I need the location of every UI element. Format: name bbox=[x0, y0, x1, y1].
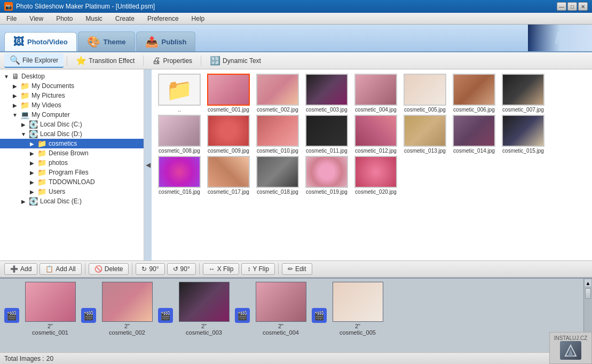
file-item-cosmetic_013[interactable]: cosmetic_013.jpg bbox=[401, 115, 448, 154]
add-button[interactable]: ➕ Add bbox=[4, 263, 37, 275]
slide-item-4[interactable]: 🎬 bbox=[156, 282, 175, 349]
tree-icon-cosmetics: 📁 bbox=[37, 139, 46, 148]
tree-item-cosmetics[interactable]: ▶📁cosmetics bbox=[0, 139, 144, 148]
maximize-button[interactable]: □ bbox=[567, 2, 577, 11]
btn-separator-3 bbox=[199, 263, 200, 275]
slide-name-3: cosmetic_002 bbox=[109, 329, 145, 336]
slide-item-6[interactable]: 🎬 bbox=[233, 282, 252, 349]
tree-item-my-videos[interactable]: ▶📁My Videos bbox=[0, 100, 144, 110]
slide-item-8[interactable]: 🎬 bbox=[310, 282, 329, 349]
file-item-cosmetic_003[interactable]: cosmetic_003.jpg bbox=[303, 74, 350, 113]
btn-separator-4 bbox=[278, 263, 279, 275]
file-item-cosmetic_014[interactable]: cosmetic_014.jpg bbox=[451, 115, 498, 154]
tree-item-local-disc-d[interactable]: ▼💽Local Disc (D:) bbox=[0, 129, 144, 139]
slide-duration-7: 2" bbox=[278, 323, 283, 329]
transition-icon-0: 🎬 bbox=[4, 308, 19, 323]
toolbar-dynamic-text[interactable]: 🔡 Dynamic Text bbox=[204, 54, 266, 67]
toolbar: 🔍 File Explorer ⭐ Transition Effect 🖨 Pr… bbox=[0, 52, 592, 69]
tree-icon-local-disc-c: 💽 bbox=[29, 120, 38, 129]
toolbar-file-explorer[interactable]: 🔍 File Explorer bbox=[4, 53, 64, 68]
tab-theme[interactable]: 🎨 Theme bbox=[78, 31, 135, 51]
tree-item-desktop[interactable]: ▼🖥Desktop bbox=[0, 72, 144, 81]
file-name-cosmetic_012: cosmetic_012.jpg bbox=[355, 148, 397, 154]
tree-item-photos[interactable]: ▶📁photos bbox=[0, 158, 144, 168]
add-all-button[interactable]: 📋 Add All bbox=[40, 263, 81, 275]
tree-item-my-documents[interactable]: ▶📁My Documents bbox=[0, 81, 144, 91]
transition-icon-2: 🎬 bbox=[81, 308, 96, 323]
slide-item-3[interactable]: 2"cosmetic_002 bbox=[100, 282, 154, 349]
y-flip-button[interactable]: ↕ Y Flip bbox=[241, 263, 274, 275]
scroll-arrow[interactable]: ◀ bbox=[144, 69, 152, 260]
tree-item-tddownload[interactable]: ▶📁TDDOWNLOAD bbox=[0, 177, 144, 187]
menu-item-create[interactable]: Create bbox=[109, 14, 141, 23]
delete-button[interactable]: 🚫 Delete bbox=[89, 263, 129, 275]
tab-publish[interactable]: 📤 Publish bbox=[136, 31, 196, 51]
minimize-button[interactable]: — bbox=[557, 2, 566, 11]
tree-item-my-pictures[interactable]: ▶📁My Pictures bbox=[0, 91, 144, 100]
tree-item-users[interactable]: ▶📁Users bbox=[0, 187, 144, 196]
x-flip-button[interactable]: ↔ X Flip bbox=[203, 263, 240, 275]
toolbar-transition-effect[interactable]: ⭐ Transition Effect bbox=[70, 54, 140, 67]
file-item-cosmetic_008[interactable]: cosmetic_008.jpg bbox=[156, 115, 203, 154]
window-controls: — □ ✕ bbox=[557, 2, 588, 11]
strip-scroll-thumb[interactable] bbox=[585, 288, 591, 299]
slide-item-2[interactable]: 🎬 bbox=[79, 282, 98, 349]
file-item-cosmetic_011[interactable]: cosmetic_011.jpg bbox=[303, 115, 350, 154]
file-name-cosmetic_017: cosmetic_017.jpg bbox=[208, 189, 249, 195]
tree-icon-users: 📁 bbox=[37, 187, 46, 196]
tree-item-local-disc-c[interactable]: ▶💽Local Disc (C:) bbox=[0, 120, 144, 129]
file-item-cosmetic_010[interactable]: cosmetic_010.jpg bbox=[254, 115, 301, 154]
file-item-cosmetic_015[interactable]: cosmetic_015.jpg bbox=[500, 115, 547, 154]
slide-item-5[interactable]: 2"cosmetic_003 bbox=[177, 282, 231, 349]
file-grid-area[interactable]: 📁..cosmetic_001.jpgcosmetic_002.jpgcosme… bbox=[152, 69, 592, 260]
tab-photo-video[interactable]: 🖼 Photo/Video bbox=[4, 32, 77, 51]
file-item-folder[interactable]: 📁.. bbox=[156, 74, 203, 113]
tree-expand-photos: ▶ bbox=[28, 159, 36, 167]
toolbar-properties[interactable]: 🖨 Properties bbox=[147, 54, 198, 67]
file-name-cosmetic_013: cosmetic_013.jpg bbox=[404, 148, 446, 154]
file-item-cosmetic_004[interactable]: cosmetic_004.jpg bbox=[352, 74, 399, 113]
slide-duration-9: 2" bbox=[355, 323, 360, 329]
menu-item-file[interactable]: File bbox=[0, 14, 23, 23]
slide-thumb-container-3 bbox=[102, 282, 153, 322]
slide-item-9[interactable]: 2"cosmetic_005 bbox=[331, 282, 384, 349]
file-item-cosmetic_018[interactable]: cosmetic_018.jpg bbox=[254, 156, 301, 195]
tree-item-my-computer[interactable]: ▼💻My Computer bbox=[0, 110, 144, 120]
slide-item-0[interactable]: 🎬 bbox=[2, 282, 21, 349]
tree-expand-tddownload: ▶ bbox=[28, 178, 36, 186]
file-item-cosmetic_006[interactable]: cosmetic_006.jpg bbox=[451, 74, 498, 113]
file-name-cosmetic_014: cosmetic_014.jpg bbox=[453, 148, 495, 154]
rotate-cw-button[interactable]: ↻ 90° bbox=[136, 263, 164, 275]
menu-item-photo[interactable]: Photo bbox=[50, 14, 79, 23]
menu-item-help[interactable]: Help bbox=[185, 14, 211, 23]
file-item-cosmetic_019[interactable]: cosmetic_019.jpg bbox=[303, 156, 350, 195]
file-item-cosmetic_007[interactable]: cosmetic_007.jpg bbox=[500, 74, 547, 113]
tree-expand-cosmetics: ▶ bbox=[28, 139, 36, 148]
tree-item-denise-brown[interactable]: ▶📁Denise Brown bbox=[0, 148, 144, 158]
y-flip-label: Y Flip bbox=[252, 265, 269, 273]
menu-item-preference[interactable]: Preference bbox=[141, 14, 185, 23]
file-item-cosmetic_009[interactable]: cosmetic_009.jpg bbox=[205, 115, 252, 154]
file-item-cosmetic_020[interactable]: cosmetic_020.jpg bbox=[352, 156, 399, 195]
strip-inner[interactable]: 🎬2"cosmetic_001🎬2"cosmetic_002🎬2"cosmeti… bbox=[0, 279, 583, 352]
file-item-cosmetic_005[interactable]: cosmetic_005.jpg bbox=[401, 74, 448, 113]
menu-item-view[interactable]: View bbox=[23, 14, 50, 23]
edit-button[interactable]: ✏ Edit bbox=[282, 263, 312, 275]
tree-item-local-disc-e[interactable]: ▶💽Local Disc (E:) bbox=[0, 196, 144, 206]
file-thumb-cosmetic_018 bbox=[256, 156, 299, 188]
rotate-ccw-button[interactable]: ↺ 90° bbox=[167, 263, 196, 275]
status-count: 20 bbox=[46, 355, 53, 362]
file-item-cosmetic_001[interactable]: cosmetic_001.jpg bbox=[205, 74, 252, 113]
logo-text: F bbox=[555, 28, 565, 48]
file-name-cosmetic_007: cosmetic_007.jpg bbox=[502, 107, 544, 113]
file-item-cosmetic_012[interactable]: cosmetic_012.jpg bbox=[352, 115, 399, 154]
slide-item-1[interactable]: 2"cosmetic_001 bbox=[23, 282, 77, 349]
file-item-cosmetic_002[interactable]: cosmetic_002.jpg bbox=[254, 74, 301, 113]
menu-item-music[interactable]: Music bbox=[80, 14, 109, 23]
tree-item-program-files[interactable]: ▶📁Program Files bbox=[0, 168, 144, 177]
close-button[interactable]: ✕ bbox=[578, 2, 588, 11]
strip-scroll-up[interactable]: ▲ bbox=[584, 279, 592, 287]
file-item-cosmetic_017[interactable]: cosmetic_017.jpg bbox=[205, 156, 252, 195]
file-item-cosmetic_016[interactable]: cosmetic_016.jpg bbox=[156, 156, 203, 195]
slide-item-7[interactable]: 2"cosmetic_004 bbox=[254, 282, 307, 349]
